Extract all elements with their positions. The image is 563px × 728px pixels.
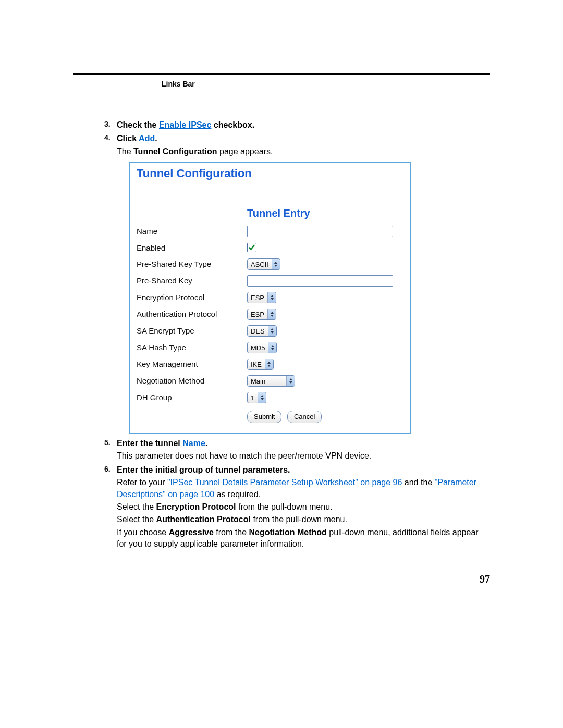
s6-l4b: Aggressive bbox=[169, 528, 214, 537]
page-number: 97 bbox=[73, 573, 490, 585]
checkmark-icon bbox=[248, 244, 255, 251]
sa-enc-select[interactable]: DES bbox=[247, 325, 277, 337]
bottom-rule bbox=[73, 563, 490, 563]
label-auth-proto: Authentication Protocol bbox=[137, 309, 247, 319]
auth-proto-value: ESP bbox=[248, 309, 267, 319]
sa-hash-select[interactable]: MD5 bbox=[247, 342, 277, 353]
auth-proto-select[interactable]: ESP bbox=[247, 309, 276, 320]
step-3-num: 3. bbox=[104, 119, 111, 130]
label-enc-proto: Encryption Protocol bbox=[137, 292, 247, 303]
s6-l1a: Refer to your bbox=[117, 478, 167, 487]
stepper-arrows-icon bbox=[272, 259, 280, 269]
stepper-arrows-icon bbox=[286, 376, 295, 386]
psk-type-value: ASCII bbox=[248, 259, 272, 269]
tunnel-config-figure: Tunnel Configuration Tunnel Entry Name E… bbox=[129, 162, 411, 434]
step-5-sub: This parameter does not have to match th… bbox=[117, 450, 490, 462]
label-key-mgmt: Key Management bbox=[137, 359, 247, 369]
s6-l1c: as required. bbox=[214, 490, 261, 499]
label-neg-method: Negotiation Method bbox=[137, 375, 247, 386]
stepper-arrows-icon bbox=[258, 392, 266, 403]
s6-l4c: from the bbox=[214, 528, 249, 537]
neg-method-select[interactable]: Main bbox=[247, 375, 295, 387]
label-psk: Pre-Shared Key bbox=[137, 275, 247, 286]
stepper-arrows-icon bbox=[267, 292, 276, 303]
sa-enc-value: DES bbox=[248, 326, 268, 336]
step-4-sub-a: The bbox=[117, 147, 133, 156]
s6-l4a: If you choose bbox=[117, 528, 169, 537]
step-6: 6. Enter the initial group of tunnel par… bbox=[104, 464, 490, 550]
step-5-suffix: . bbox=[205, 439, 207, 448]
figure-title: Tunnel Configuration bbox=[137, 166, 403, 182]
add-link[interactable]: Add bbox=[139, 134, 155, 143]
step-4-sub-c: page appears. bbox=[217, 147, 273, 156]
step-4-num: 4. bbox=[104, 133, 111, 143]
stepper-arrows-icon bbox=[268, 326, 276, 336]
name-link[interactable]: Name bbox=[182, 439, 205, 448]
label-psk-type: Pre-Shared Key Type bbox=[137, 258, 247, 269]
neg-method-value: Main bbox=[248, 376, 286, 386]
sa-hash-value: MD5 bbox=[248, 342, 268, 353]
stepper-arrows-icon bbox=[268, 342, 276, 353]
psk-input[interactable] bbox=[247, 275, 393, 287]
psk-type-select[interactable]: ASCII bbox=[247, 258, 280, 270]
s6-l2c: from the pull-down menu. bbox=[236, 502, 333, 511]
s6-l1b: and the bbox=[402, 478, 434, 487]
name-input[interactable] bbox=[247, 226, 393, 237]
enc-proto-select[interactable]: ESP bbox=[247, 292, 276, 303]
enable-ipsec-link[interactable]: Enable IPSec bbox=[159, 120, 212, 129]
s6-l2a: Select the bbox=[117, 502, 156, 511]
step-6-num: 6. bbox=[104, 464, 111, 475]
dh-group-select[interactable]: 1 bbox=[247, 392, 266, 403]
s6-l3b: Authentication Protocol bbox=[156, 515, 251, 524]
step-3: 3. Check the Enable IPSec checkbox. bbox=[104, 119, 490, 131]
step-4-prefix: Click bbox=[117, 134, 139, 143]
enc-proto-value: ESP bbox=[248, 292, 267, 303]
step-4-suffix: . bbox=[155, 134, 157, 143]
step-6-title: Enter the initial group of tunnel parame… bbox=[117, 465, 290, 474]
label-enabled: Enabled bbox=[137, 242, 247, 253]
label-name: Name bbox=[137, 226, 247, 237]
key-mgmt-value: IKE bbox=[248, 359, 265, 369]
step-4: 4. Click Add. The Tunnel Configuration p… bbox=[104, 133, 490, 434]
step-5-prefix: Enter the tunnel bbox=[117, 439, 182, 448]
step-3-suffix: checkbox. bbox=[211, 120, 254, 129]
label-sa-enc: SA Encrypt Type bbox=[137, 325, 247, 336]
submit-button[interactable]: Submit bbox=[247, 411, 282, 423]
header-links-bar: Links Bar bbox=[162, 80, 195, 88]
s6-l2b: Encryption Protocol bbox=[156, 502, 236, 511]
s6-l3c: from the pull-down menu. bbox=[251, 515, 347, 524]
stepper-arrows-icon bbox=[265, 359, 273, 369]
label-dh-group: DH Group bbox=[137, 392, 247, 403]
step-5-num: 5. bbox=[104, 438, 111, 448]
dh-group-value: 1 bbox=[248, 392, 258, 403]
step-5: 5. Enter the tunnel Name. This parameter… bbox=[104, 438, 490, 462]
enabled-checkbox[interactable] bbox=[247, 243, 256, 252]
top-heavy-rule bbox=[73, 73, 490, 75]
label-sa-hash: SA Hash Type bbox=[137, 342, 247, 353]
step-3-prefix: Check the bbox=[117, 120, 159, 129]
stepper-arrows-icon bbox=[267, 309, 276, 319]
tunnel-entry-heading: Tunnel Entry bbox=[247, 206, 403, 220]
worksheet-link[interactable]: "IPSec Tunnel Details Parameter Setup Wo… bbox=[167, 478, 402, 487]
s6-l4d: Negotiation Method bbox=[249, 528, 326, 537]
top-light-rule bbox=[73, 93, 490, 93]
s6-l3a: Select the bbox=[117, 515, 156, 524]
step-4-sub-b: Tunnel Configuration bbox=[133, 147, 217, 156]
key-mgmt-select[interactable]: IKE bbox=[247, 359, 274, 370]
cancel-button[interactable]: Cancel bbox=[287, 411, 322, 423]
